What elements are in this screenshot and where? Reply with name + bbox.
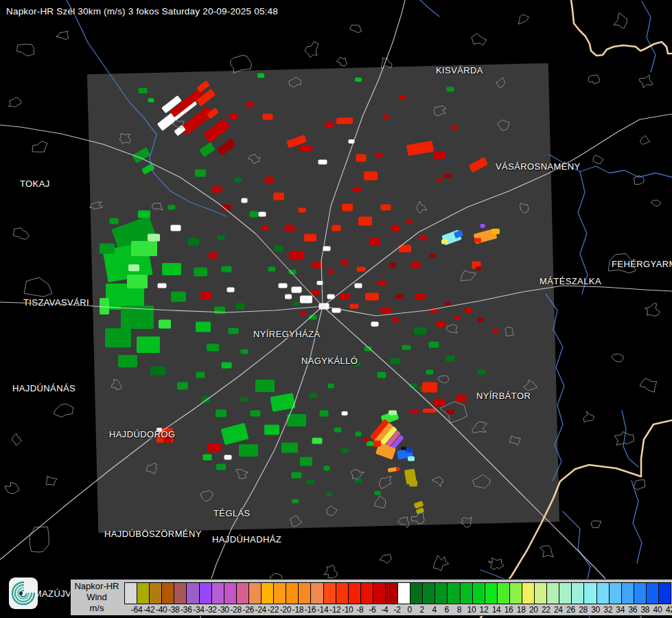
legend-color-box [187,583,199,604]
city-label-nyiregyhaza: NYÍREGYHÁZA [253,329,321,339]
radar-echo [281,443,298,453]
radar-echo [419,236,427,240]
settlement-outline [591,520,601,527]
radar-echo [357,267,366,272]
radar-echo [162,263,181,275]
legend-color-box [584,583,596,604]
radar-echo [195,170,206,177]
radar-echo [110,218,119,225]
radar-viewer: Napkor-HR Szél 30km (m/s) 3 fokos Saturd… [0,0,672,618]
radar-echo [292,499,299,503]
legend-tick: -10 [342,605,353,615]
radar-echo [325,122,334,128]
legend-tick: 8 [457,605,461,615]
radar-echo [279,284,288,288]
settlement-outline [54,404,73,417]
radar-echo [393,318,399,323]
radar-echo [378,281,386,286]
legend-tick: -22 [268,605,279,615]
radar-echo [339,294,350,300]
radar-echo [423,409,437,413]
settlement-outline [593,156,603,164]
radar-echo [320,411,329,417]
legend-color-box [162,583,174,604]
radar-echo [236,304,245,310]
radar-echo [289,251,304,260]
legend-title-line1: Napkor-HR [71,581,123,592]
radar-echo [202,397,211,403]
legend-color-box [461,583,473,604]
radar-echo [128,264,139,271]
radar-echo [171,292,186,302]
legend-color-box [423,583,435,604]
radar-echo [299,208,306,213]
radar-echo [262,226,269,231]
settlement-outline [56,31,69,39]
legend-color-box [448,583,460,604]
radar-echo [355,78,362,82]
legend-color-box [572,583,584,604]
radar-echo [336,118,353,124]
radar-echo [401,447,406,450]
legend-color-box [361,583,373,604]
legend-tick: -14 [317,605,328,615]
radar-echo [216,410,227,417]
legend-color-box [349,583,361,604]
legend-color-box [547,583,559,604]
radar-echo [412,262,421,268]
legend-tick: -4 [381,605,388,615]
legend-color-box [224,583,237,604]
legend-color-box [386,583,398,604]
radar-echo [100,298,109,314]
legend-tick: -32 [205,605,216,615]
settlement-outline [5,482,19,494]
radar-echo [454,315,461,319]
radar-echo [318,160,327,165]
legend-color-box [137,583,150,604]
radar-echo [229,328,239,334]
radar-echo [444,174,452,179]
radar-echo [263,114,273,120]
city-label-nyirbator: NYÍRBÁTOR [476,391,531,401]
legend-tick: -64 [131,605,142,615]
radar-echo [273,193,284,201]
radar-echo [285,225,295,231]
legend-color-box [311,583,323,604]
legend-tick: 22 [542,605,551,615]
city-label-hajduboszormeny: HAJDÚBÖSZÖRMÉNY [104,529,202,539]
spiral-radar-logo[interactable] [9,577,38,609]
radar-echo [294,301,299,306]
settlement-outline [324,565,338,578]
radar-echo [212,187,222,193]
radar-echo [229,114,238,119]
radar-echo [434,399,445,407]
radar-echo [358,217,372,226]
legend-color-box [299,583,311,604]
radar-echo [177,382,188,390]
radar-echo [207,344,219,352]
radar-echo [327,492,332,496]
legend-color-box [498,583,510,604]
radar-echo [137,336,160,353]
legend-title-line3: m/s [71,603,123,614]
radar-echo [478,318,484,323]
radar-echo [341,260,349,265]
legend-panel: Napkor-HR Wind m/s -64-42-40-38-36-34-32… [70,579,672,616]
legend-tick: 34 [616,605,625,615]
settlement-outline [640,135,650,144]
river [622,411,638,467]
settlement-outline [380,554,391,563]
radar-echo [203,455,212,461]
settlement-outline [434,556,449,571]
radar-echo [437,179,442,182]
legend-tick: -12 [329,605,340,615]
legend-tick: 30 [591,605,600,615]
radar-echo [127,275,148,288]
radar-echo [491,229,500,234]
radar-echo [480,224,485,228]
radar-echo [148,98,154,102]
settlement-outline [614,12,627,29]
radar-echo [242,198,248,203]
legend-title: Napkor-HR Wind m/s [71,581,123,614]
settlement-outline [46,476,57,485]
